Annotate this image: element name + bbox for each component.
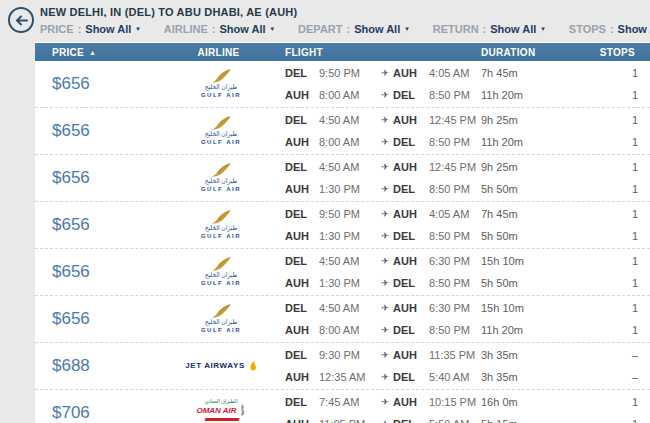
arrival-time: 8:50 PM	[429, 180, 473, 199]
filter-dropdown[interactable]: RETURN : Show All ▾	[433, 23, 545, 35]
airline-cell: طيران الخليج GULF AIR	[165, 257, 277, 286]
duration-cell: 3h 35m 3h 35m	[473, 346, 593, 387]
destination-code: DEL	[393, 86, 429, 105]
back-button[interactable]	[8, 7, 34, 33]
destination-code: DEL	[393, 368, 429, 387]
filter-value: Show All	[354, 23, 400, 35]
outbound-stops: 1	[593, 205, 638, 224]
column-header[interactable]: AIRLINE	[165, 47, 277, 58]
flight-result-row[interactable]: $656 طيران الخليج GULF AIR DEL 4:50 AM ✈…	[35, 155, 650, 202]
origin-code: DEL	[285, 205, 319, 224]
flight-cell: DEL 4:50 AM ✈ AUH 6:30 PM AUH 8:00 AM ✈ …	[277, 299, 473, 340]
plane-icon: ✈	[377, 133, 393, 152]
origin-code: AUH	[285, 227, 319, 246]
gulf-air-falcon-icon	[210, 210, 232, 225]
plane-icon: ✈	[377, 64, 393, 83]
stops-cell: 1 1	[593, 64, 650, 105]
column-header[interactable]: PRICE▲	[35, 47, 165, 58]
duration-cell: 16h 0m 5h 15m	[473, 393, 593, 423]
outbound-duration: 15h 10m	[481, 299, 593, 318]
stops-cell: 1 1	[593, 205, 650, 246]
flight-result-row[interactable]: $706 الطيران العماني OMAN AIR DEL 7:45 A…	[35, 390, 650, 423]
return-duration: 5h 15m	[481, 415, 593, 423]
arrival-time: 6:30 PM	[429, 299, 473, 318]
destination-code: AUH	[393, 346, 429, 365]
arrival-time: 8:50 PM	[429, 227, 473, 246]
stops-cell: 1 1	[593, 158, 650, 199]
filter-dropdown[interactable]: AIRLINE : Show All ▾	[164, 23, 274, 35]
gulf-air-logo: طيران الخليج GULF AIR	[201, 210, 241, 239]
destination-code: DEL	[393, 133, 429, 152]
departure-time: 7:45 AM	[319, 393, 377, 412]
jet-airways-name: JET AIRWAYS	[185, 361, 245, 371]
flight-result-row[interactable]: $656 طيران الخليج GULF AIR DEL 4:50 AM ✈…	[35, 296, 650, 343]
filter-separator: :	[347, 23, 351, 35]
departure-time: 8:00 AM	[319, 133, 377, 152]
price-value: $656	[35, 74, 165, 94]
arrival-time: 12:45 PM	[429, 111, 476, 130]
departure-time: 8:00 AM	[319, 86, 377, 105]
origin-code: DEL	[285, 393, 319, 412]
duration-cell: 7h 45m 11h 20m	[473, 64, 593, 105]
gulf-air-arabic-text: طيران الخليج	[205, 84, 238, 91]
flight-result-row[interactable]: $688 JET AIRWAYS DEL 9:30 PM ✈ AUH 11:35…	[35, 343, 650, 390]
arrival-time: 5:40 AM	[429, 368, 473, 387]
filter-value: Show All	[220, 23, 266, 35]
destination-code: DEL	[393, 180, 429, 199]
return-segment: AUH 1:30 PM ✈ DEL 8:50 PM	[277, 227, 473, 246]
filter-dropdown[interactable]: STOPS : Show All ▾	[569, 23, 650, 35]
departure-time: 12:35 AM	[319, 368, 377, 387]
departure-time: 4:50 AM	[319, 111, 377, 130]
filter-separator: :	[212, 23, 216, 35]
outbound-stops: 1	[593, 158, 638, 177]
arrival-time: 4:05 AM	[429, 205, 473, 224]
origin-code: AUH	[285, 368, 319, 387]
gulf-air-arabic-text: طيران الخليج	[205, 225, 238, 232]
column-header-label: FLIGHT	[285, 47, 323, 58]
flight-cell: DEL 4:50 AM ✈ AUH 6:30 PM AUH 1:30 PM ✈ …	[277, 252, 473, 293]
destination-code: DEL	[393, 321, 429, 340]
filter-separator: :	[610, 23, 614, 35]
return-duration: 5h 50m	[481, 180, 593, 199]
flight-result-row[interactable]: $656 طيران الخليج GULF AIR DEL 9:50 PM ✈…	[35, 61, 650, 108]
return-stops: 1	[593, 321, 638, 340]
column-header[interactable]: DURATION	[473, 47, 593, 58]
outbound-duration: 3h 35m	[481, 346, 593, 365]
return-segment: AUH 1:30 PM ✈ DEL 8:50 PM	[277, 180, 473, 199]
oman-air-flag-stripes	[202, 418, 239, 423]
filter-label: DEPART	[298, 23, 342, 35]
departure-time: 4:50 AM	[319, 252, 377, 271]
flight-result-row[interactable]: $656 طيران الخليج GULF AIR DEL 4:50 AM ✈…	[35, 108, 650, 155]
departure-time: 9:30 PM	[319, 346, 377, 365]
return-stops: 1	[593, 133, 638, 152]
arrival-time: 8:50 PM	[429, 274, 473, 293]
flight-result-row[interactable]: $656 طيران الخليج GULF AIR DEL 9:50 PM ✈…	[35, 202, 650, 249]
column-header[interactable]: FLIGHT	[277, 47, 473, 58]
column-header[interactable]: STOPS	[593, 47, 650, 58]
airline-cell: طيران الخليج GULF AIR	[165, 163, 277, 192]
outbound-segment: DEL 7:45 AM ✈ AUH 10:15 PM	[277, 393, 473, 412]
gulf-air-name: GULF AIR	[201, 327, 241, 334]
origin-code: AUH	[285, 86, 319, 105]
filter-dropdown[interactable]: PRICE : Show All ▾	[40, 23, 140, 35]
destination-code: AUH	[393, 299, 429, 318]
destination-code: AUH	[393, 205, 429, 224]
duration-cell: 15h 10m 11h 20m	[473, 299, 593, 340]
return-segment: AUH 8:00 AM ✈ DEL 8:50 PM	[277, 86, 473, 105]
destination-code: AUH	[393, 158, 429, 177]
plane-icon: ✈	[377, 180, 393, 199]
outbound-stops: 1	[593, 252, 638, 271]
plane-icon: ✈	[377, 321, 393, 340]
filter-dropdown[interactable]: DEPART : Show All ▾	[298, 23, 409, 35]
origin-code: DEL	[285, 252, 319, 271]
column-header-label: STOPS	[600, 47, 635, 58]
column-header-label: DURATION	[481, 47, 535, 58]
departure-time: 4:50 AM	[319, 158, 377, 177]
gulf-air-falcon-icon	[210, 257, 232, 272]
plane-icon: ✈	[377, 86, 393, 105]
airline-cell: JET AIRWAYS	[165, 360, 277, 372]
filter-label: RETURN	[433, 23, 479, 35]
flight-result-row[interactable]: $656 طيران الخليج GULF AIR DEL 4:50 AM ✈…	[35, 249, 650, 296]
origin-code: DEL	[285, 299, 319, 318]
return-segment: AUH 8:00 AM ✈ DEL 8:50 PM	[277, 321, 473, 340]
